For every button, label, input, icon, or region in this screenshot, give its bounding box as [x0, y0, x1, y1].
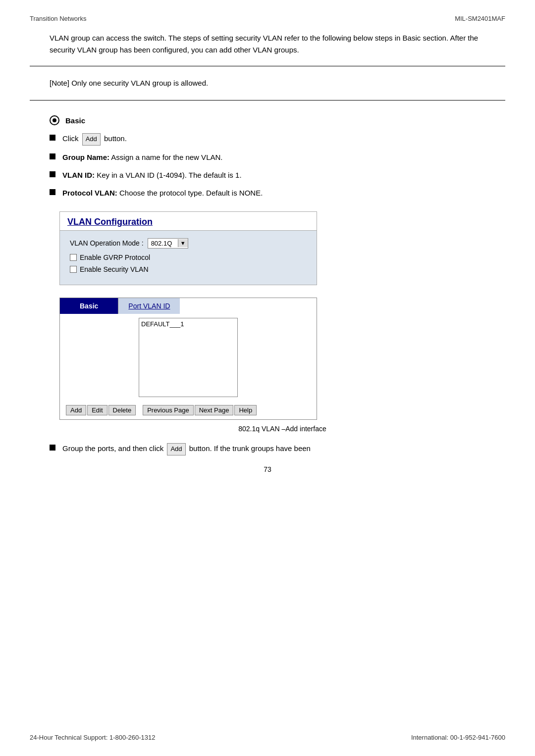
vlan-add-button[interactable]: Add [66, 405, 86, 415]
circle-icon-inner [53, 118, 56, 122]
header-company: Transition Networks [30, 15, 86, 22]
footer-international: International: 00-1-952-941-7600 [411, 734, 505, 741]
bullet-protocol-text: Protocol VLAN: Choose the protocol type.… [62, 187, 505, 199]
bullet-click-text: Click Add button. [62, 133, 505, 146]
bullet-square-bottom [50, 445, 55, 451]
add-button-bottom-inline[interactable]: Add [167, 443, 185, 455]
intro-paragraph: VLAN group can access the switch. The st… [30, 32, 505, 56]
enable-gvrp-row: Enable GVRP Protocol [70, 253, 307, 261]
enable-gvrp-label: Enable GVRP Protocol [80, 253, 150, 261]
bullet-group-name: Group Name: Assign a name for the new VL… [50, 151, 505, 163]
divider-bottom [30, 100, 505, 101]
enable-security-vlan-row: Enable Security VLAN [70, 265, 307, 273]
vlan-help-button[interactable]: Help [234, 405, 257, 415]
page-number: 73 [30, 465, 505, 473]
bullet-vlan-text: VLAN ID: Key in a VLAN ID (1-4094). The … [62, 169, 505, 181]
bullet-square-3 [50, 171, 55, 177]
vlan-operation-mode-label: VLAN Operation Mode : [70, 239, 144, 247]
basic-label: Basic [65, 116, 85, 125]
enable-security-vlan-checkbox[interactable] [70, 266, 77, 273]
page-footer: 24-Hour Technical Support: 1-800-260-131… [30, 734, 505, 741]
basic-header: Basic [50, 115, 505, 125]
bullet-square-4 [50, 189, 55, 195]
enable-gvrp-checkbox[interactable] [70, 254, 77, 261]
vlan-edit-button[interactable]: Edit [87, 405, 107, 415]
vlan-config-body: VLAN Operation Mode : 802.1Q ▼ Enable GV… [60, 231, 317, 285]
vlan-operation-mode-select[interactable]: 802.1Q ▼ [148, 238, 188, 249]
circle-icon [50, 115, 59, 125]
vlan-list-box[interactable]: DEFAULT___1 [139, 318, 238, 397]
bullet-square-2 [50, 153, 55, 159]
vlan-list-area: DEFAULT___1 [60, 314, 317, 401]
bottom-bullet: Group the ports, and then click Add butt… [30, 443, 505, 455]
vlan-next-page-button[interactable]: Next Page [195, 405, 234, 415]
add-button-inline[interactable]: Add [82, 133, 101, 146]
bullet-square-1 [50, 135, 55, 141]
bullet-vlan-id: VLAN ID: Key in a VLAN ID (1-4094). The … [50, 169, 505, 181]
vlan-config-panel: VLAN Configuration VLAN Operation Mode :… [59, 211, 317, 285]
vlan-select-arrow-icon[interactable]: ▼ [178, 239, 188, 247]
vlan-operation-mode-value: 802.1Q [148, 239, 178, 248]
tab-port-vlan-id[interactable]: Port VLAN ID [118, 298, 180, 314]
bullet-click-add: Click Add button. [50, 133, 505, 146]
vlan-list-item-1[interactable]: DEFAULT___1 [141, 320, 235, 328]
bullet-section: Basic Click Add button. Group Name: Assi… [30, 115, 505, 199]
vlan-buttons-row: Add Edit Delete Previous Page Next Page … [60, 401, 317, 419]
footer-support: 24-Hour Technical Support: 1-800-260-131… [30, 734, 155, 741]
bullet-group-text: Group Name: Assign a name for the new VL… [62, 151, 505, 163]
vlan-delete-button[interactable]: Delete [108, 405, 136, 415]
enable-security-vlan-label: Enable Security VLAN [80, 265, 149, 273]
bottom-bullet-text: Group the ports, and then click Add butt… [62, 443, 505, 455]
vlan-config-title: VLAN Configuration [60, 212, 317, 231]
page-header: Transition Networks MIL-SM2401MAF [30, 15, 505, 22]
divider-top [30, 66, 505, 66]
vlan-operation-mode-row: VLAN Operation Mode : 802.1Q ▼ [70, 238, 307, 249]
vlan-previous-page-button[interactable]: Previous Page [143, 405, 194, 415]
vlan-tabs-panel: Basic Port VLAN ID DEFAULT___1 Add Edit … [59, 298, 317, 420]
panel-caption: 802.1q VLAN –Add interface [59, 425, 505, 433]
header-model: MIL-SM2401MAF [455, 15, 505, 22]
tab-basic[interactable]: Basic [60, 298, 118, 314]
bullet-protocol-vlan: Protocol VLAN: Choose the protocol type.… [50, 187, 505, 199]
note-box: [Note] Only one security VLAN group is a… [30, 71, 505, 95]
vlan-tabs-header: Basic Port VLAN ID [60, 298, 317, 314]
